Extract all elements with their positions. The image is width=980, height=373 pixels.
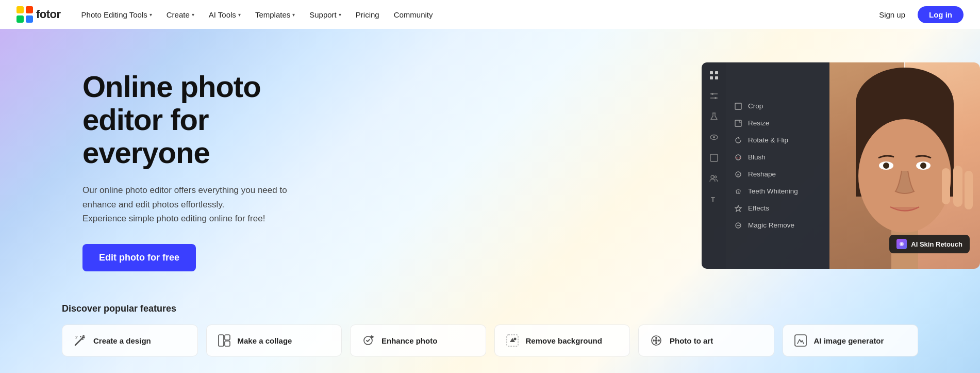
logo[interactable]: fotor xyxy=(16,6,61,23)
svg-point-35 xyxy=(883,163,889,169)
svg-point-9 xyxy=(711,93,713,95)
login-button[interactable]: Log in xyxy=(918,6,964,23)
panel-magic-remove[interactable]: Magic Remove xyxy=(726,217,829,234)
text-icon[interactable]: T xyxy=(708,193,720,205)
panel-crop[interactable]: Crop xyxy=(726,98,829,115)
svg-rect-42 xyxy=(219,335,224,346)
svg-rect-39 xyxy=(942,168,950,204)
logo-text: fotor xyxy=(36,8,61,21)
svg-point-51 xyxy=(655,337,657,339)
svg-point-11 xyxy=(715,97,717,99)
panel-rotate[interactable]: Rotate & Flip xyxy=(726,132,829,149)
wand-icon xyxy=(73,333,87,348)
rotate-icon xyxy=(735,137,743,144)
features-section: Discover popular features Create a desig… xyxy=(0,293,980,373)
chevron-down-icon: ▾ xyxy=(339,12,341,18)
people-icon[interactable] xyxy=(708,173,720,184)
magic-remove-icon xyxy=(735,222,743,229)
features-grid: Create a design Make a collage xyxy=(62,325,918,356)
features-title: Discover popular features xyxy=(62,303,918,314)
svg-rect-38 xyxy=(965,171,973,209)
svg-point-54 xyxy=(655,339,658,342)
panel-reshape[interactable]: Reshape xyxy=(726,166,829,183)
svg-point-22 xyxy=(736,157,738,159)
svg-rect-37 xyxy=(953,166,962,207)
svg-text:T: T xyxy=(711,196,715,203)
nav-support[interactable]: Support ▾ xyxy=(303,7,347,22)
svg-point-23 xyxy=(739,157,741,159)
feature-card-ai-image-gen[interactable]: AI image generator xyxy=(783,325,919,356)
hero-title: Online photo editor for everyone xyxy=(82,70,309,169)
reshape-icon xyxy=(735,171,743,178)
editor-panel: Crop Resize Rotate & Fli xyxy=(726,62,829,269)
navigation: fotor Photo Editing Tools ▾ Create ▾ AI … xyxy=(0,0,980,29)
svg-rect-15 xyxy=(710,154,718,161)
svg-rect-20 xyxy=(735,120,741,126)
nav-templates[interactable]: Templates ▾ xyxy=(249,7,301,22)
panel-teeth[interactable]: Teeth Whitening xyxy=(726,183,829,200)
panel-effects[interactable]: Effects xyxy=(726,200,829,217)
resize-icon xyxy=(735,120,743,127)
svg-point-16 xyxy=(711,175,714,179)
feature-card-enhance-photo[interactable]: Enhance photo xyxy=(350,325,486,356)
nav-ai-tools[interactable]: AI Tools ▾ xyxy=(203,7,247,22)
panel-blush[interactable]: Blush xyxy=(726,149,829,166)
feature-label-make-collage: Make a collage xyxy=(238,336,292,345)
svg-rect-7 xyxy=(715,76,718,79)
svg-rect-6 xyxy=(710,76,713,79)
nav-community[interactable]: Community xyxy=(388,7,439,22)
svg-point-53 xyxy=(655,342,657,344)
feature-card-make-collage[interactable]: Make a collage xyxy=(206,325,342,356)
panel-resize[interactable]: Resize xyxy=(726,115,829,132)
chevron-down-icon: ▾ xyxy=(238,12,241,18)
nav-right: Sign up Log in xyxy=(873,6,964,23)
effects-icon xyxy=(735,205,743,212)
blush-icon xyxy=(735,154,743,161)
crop-icon xyxy=(735,103,743,110)
feature-card-photo-to-art[interactable]: Photo to art xyxy=(638,325,774,356)
feature-label-remove-bg: Remove background xyxy=(526,336,602,345)
teeth-icon xyxy=(735,188,743,195)
svg-rect-3 xyxy=(26,15,33,23)
svg-point-48 xyxy=(513,338,516,340)
hero-section: Online photo editor for everyone Our onl… xyxy=(0,29,980,373)
square-icon[interactable] xyxy=(708,152,720,164)
chevron-down-icon: ▾ xyxy=(150,12,152,18)
flask-icon[interactable] xyxy=(708,111,720,122)
feature-card-create-design[interactable]: Create a design xyxy=(62,325,198,356)
nav-pricing[interactable]: Pricing xyxy=(350,7,386,22)
cta-button[interactable]: Edit photo for free xyxy=(82,244,196,271)
svg-rect-43 xyxy=(225,335,230,340)
svg-point-17 xyxy=(715,176,717,178)
logo-icon xyxy=(16,6,33,23)
nav-create[interactable]: Create ▾ xyxy=(160,7,201,22)
svg-point-52 xyxy=(658,339,660,342)
svg-marker-26 xyxy=(735,205,741,212)
feature-label-create-design: Create a design xyxy=(93,336,151,345)
nav-photo-editing-tools[interactable]: Photo Editing Tools ▾ xyxy=(75,7,158,22)
sliders-icon[interactable] xyxy=(708,90,720,102)
signup-button[interactable]: Sign up xyxy=(873,7,911,22)
ai-gen-icon xyxy=(793,333,808,348)
hero-content: Online photo editor for everyone Our onl… xyxy=(0,29,309,292)
svg-rect-5 xyxy=(715,71,718,74)
svg-rect-2 xyxy=(16,15,24,23)
hero-description: Our online photo editor offers everythin… xyxy=(82,183,309,225)
remove-bg-icon xyxy=(505,333,520,348)
editor-mockup: T Crop Resiz xyxy=(702,62,980,269)
ai-skin-retouch-badge: AI Skin Retouch xyxy=(889,235,970,253)
svg-rect-1 xyxy=(26,6,33,13)
eye-icon[interactable] xyxy=(708,132,720,143)
collage-icon xyxy=(217,333,231,348)
svg-point-36 xyxy=(920,163,926,169)
chevron-down-icon: ▾ xyxy=(192,12,194,18)
feature-label-photo-to-art: Photo to art xyxy=(670,336,713,345)
svg-rect-19 xyxy=(735,103,741,109)
svg-rect-4 xyxy=(710,71,713,74)
svg-rect-44 xyxy=(225,341,230,346)
photo-art-icon xyxy=(649,333,663,348)
svg-rect-0 xyxy=(16,6,24,13)
feature-card-remove-bg[interactable]: Remove background xyxy=(494,325,630,356)
svg-point-41 xyxy=(82,336,84,338)
grid-icon[interactable] xyxy=(708,70,720,81)
